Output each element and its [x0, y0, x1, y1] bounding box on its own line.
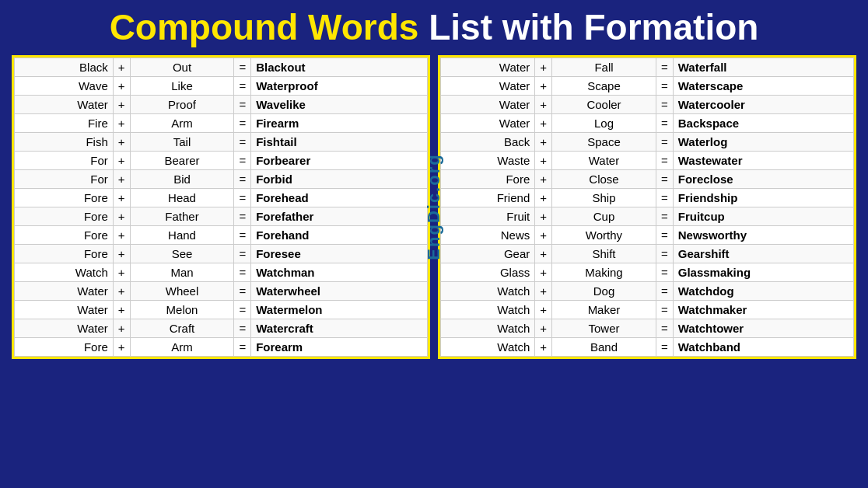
table-cell: =: [656, 58, 673, 76]
table-cell: Watchband: [673, 337, 853, 356]
table-cell: +: [535, 225, 552, 244]
table-cell: Back: [441, 132, 535, 151]
table-cell: =: [234, 151, 251, 169]
table-cell: +: [113, 225, 130, 244]
table-row: Fore+Arm=Forearm: [15, 337, 428, 356]
table-row: Glass+Making=Glassmaking: [441, 263, 854, 281]
table-cell: Melon: [130, 300, 234, 319]
table-cell: Arm: [130, 113, 234, 132]
table-cell: Water: [15, 300, 114, 319]
table-cell: =: [656, 300, 673, 319]
table-cell: Fish: [15, 132, 114, 151]
table-cell: =: [656, 337, 673, 356]
table-row: Water+Fall=Waterfall: [441, 58, 854, 76]
table-cell: Arm: [130, 337, 234, 356]
page-title: Compound Words List with Formation: [110, 8, 759, 47]
table-cell: Foreclose: [673, 169, 853, 188]
table-row: Water+Wheel=Waterwheel: [15, 281, 428, 300]
table-cell: =: [234, 244, 251, 263]
table-cell: Fruit: [441, 207, 535, 225]
table-row: Water+Proof=Wavelike: [15, 95, 428, 113]
table-cell: Friendship: [673, 188, 853, 207]
table-cell: Out: [130, 58, 234, 76]
table-cell: +: [113, 58, 130, 76]
table-cell: =: [656, 132, 673, 151]
table-row: Friend+Ship=Friendship: [441, 188, 854, 207]
table-cell: Cooler: [552, 95, 656, 113]
table-cell: Like: [130, 76, 234, 95]
table-cell: Watch: [15, 263, 114, 281]
left-table-wrapper: Black+Out=BlackoutWave+Like=WaterproofWa…: [12, 55, 430, 359]
table-cell: Watchman: [251, 263, 428, 281]
table-row: Watch+Maker=Watchmaker: [441, 300, 854, 319]
table-cell: Wheel: [130, 281, 234, 300]
table-row: Water+Log=Backspace: [441, 113, 854, 132]
table-cell: Forehead: [251, 188, 428, 207]
table-cell: =: [234, 76, 251, 95]
table-cell: +: [113, 319, 130, 337]
table-cell: =: [656, 319, 673, 337]
table-cell: Fore: [441, 169, 535, 188]
table-cell: Watch: [441, 337, 535, 356]
table-row: Fore+See=Foresee: [15, 244, 428, 263]
table-cell: =: [234, 225, 251, 244]
table-cell: +: [535, 113, 552, 132]
table-row: Fore+Head=Forehead: [15, 188, 428, 207]
table-cell: =: [234, 337, 251, 356]
table-row: Watch+Man=Watchman: [15, 263, 428, 281]
table-row: Waste+Water=Wastewater: [441, 151, 854, 169]
table-cell: Forehand: [251, 225, 428, 244]
table-cell: +: [535, 319, 552, 337]
table-cell: Fore: [15, 188, 114, 207]
table-cell: Fore: [15, 225, 114, 244]
table-cell: +: [535, 188, 552, 207]
table-cell: Firearm: [251, 113, 428, 132]
table-cell: =: [656, 263, 673, 281]
table-cell: Glass: [441, 263, 535, 281]
table-cell: =: [656, 188, 673, 207]
table-row: Water+Melon=Watermelon: [15, 300, 428, 319]
table-cell: +: [535, 76, 552, 95]
table-cell: Watchtower: [673, 319, 853, 337]
table-cell: Craft: [130, 319, 234, 337]
table-cell: +: [535, 337, 552, 356]
table-cell: Waterproof: [251, 76, 428, 95]
table-cell: +: [535, 244, 552, 263]
table-cell: =: [656, 169, 673, 188]
table-cell: Watermelon: [251, 300, 428, 319]
table-row: Fore+Hand=Forehand: [15, 225, 428, 244]
table-cell: Wave: [15, 76, 114, 95]
table-cell: +: [113, 244, 130, 263]
table-cell: Watchmaker: [673, 300, 853, 319]
table-cell: Watch: [441, 300, 535, 319]
table-cell: Cup: [552, 207, 656, 225]
table-cell: Tower: [552, 319, 656, 337]
table-cell: Water: [15, 281, 114, 300]
table-cell: Waste: [441, 151, 535, 169]
left-table: Black+Out=BlackoutWave+Like=WaterproofWa…: [14, 58, 428, 357]
table-cell: Gearshift: [673, 244, 853, 263]
table-cell: Fall: [552, 58, 656, 76]
table-cell: +: [113, 188, 130, 207]
right-table: Water+Fall=WaterfallWater+Scape=Watersca…: [440, 58, 854, 357]
right-table-wrapper: Water+Fall=WaterfallWater+Scape=Watersca…: [438, 55, 856, 359]
title-part1: Compound Words: [110, 7, 419, 47]
table-cell: +: [113, 113, 130, 132]
table-cell: Shift: [552, 244, 656, 263]
table-cell: Close: [552, 169, 656, 188]
table-cell: Watch: [441, 281, 535, 300]
table-cell: =: [234, 281, 251, 300]
table-row: Watch+Tower=Watchtower: [441, 319, 854, 337]
table-cell: =: [656, 225, 673, 244]
table-cell: =: [234, 207, 251, 225]
table-cell: =: [656, 113, 673, 132]
table-cell: Forbid: [251, 169, 428, 188]
table-cell: =: [234, 319, 251, 337]
table-cell: +: [113, 76, 130, 95]
table-row: For+Bid=Forbid: [15, 169, 428, 188]
table-cell: Fruitcup: [673, 207, 853, 225]
table-cell: Fore: [15, 337, 114, 356]
table-cell: Man: [130, 263, 234, 281]
table-cell: Foresee: [251, 244, 428, 263]
table-cell: +: [113, 281, 130, 300]
